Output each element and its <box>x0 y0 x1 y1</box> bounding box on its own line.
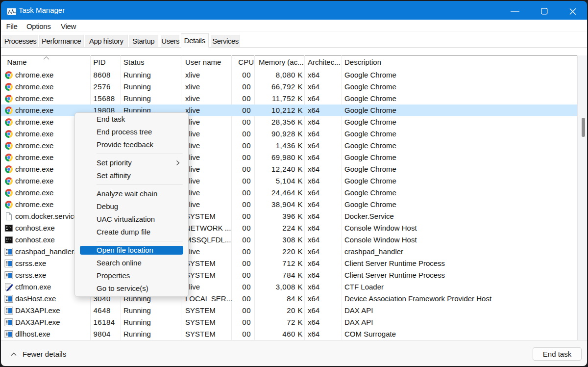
svg-text:C:\: C:\ <box>6 226 11 229</box>
svg-text:C:\: C:\ <box>6 237 11 241</box>
